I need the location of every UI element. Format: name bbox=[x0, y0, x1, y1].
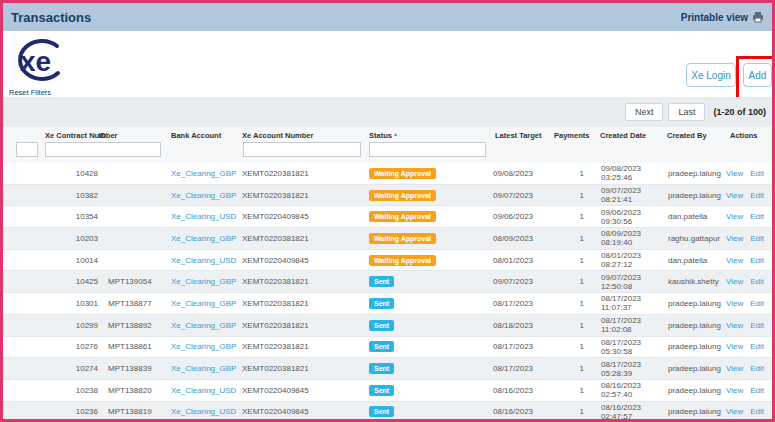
cell-created-date: 08/01/2023 08:27:12 bbox=[588, 251, 661, 269]
edit-link[interactable]: Edit bbox=[750, 191, 764, 200]
cell-created-date: 09/07/2023 12:50:08 bbox=[588, 273, 661, 291]
cell-payments: 1 bbox=[556, 321, 588, 330]
status-badge: Waiting Approval bbox=[369, 190, 436, 201]
edit-link[interactable]: Edit bbox=[750, 169, 764, 178]
column-header-contract-number[interactable]: Xe Contract Number bbox=[45, 131, 118, 140]
edit-link[interactable]: Edit bbox=[750, 342, 764, 351]
view-link[interactable]: View bbox=[726, 321, 743, 330]
printable-view-link[interactable]: Printable view bbox=[681, 12, 764, 23]
view-link[interactable]: View bbox=[726, 256, 743, 265]
bank-account-link[interactable]: Xe_Clearing_GBP bbox=[171, 234, 236, 243]
add-button[interactable]: Add bbox=[743, 63, 772, 87]
cell-created-date: 08/16/2023 02:57:40 bbox=[588, 381, 661, 399]
view-link[interactable]: View bbox=[726, 234, 743, 243]
column-header-account-number[interactable]: Xe Account Number bbox=[242, 131, 313, 140]
view-link[interactable]: View bbox=[726, 364, 743, 373]
column-header-status[interactable]: Status▲ bbox=[369, 131, 398, 140]
bank-account-link[interactable]: Xe_Clearing_GBP bbox=[171, 191, 236, 200]
cell-account-number: XEMT0220381821 bbox=[240, 277, 367, 286]
xe-login-button[interactable]: Xe Login bbox=[686, 63, 736, 87]
cell-contract-number: MPT138820 bbox=[101, 386, 169, 395]
cell-contract-number: MPT139054 bbox=[101, 277, 169, 286]
column-header-created-by[interactable]: Created By bbox=[667, 131, 707, 140]
cell-created-date: 09/07/2023 08:21:41 bbox=[588, 186, 661, 204]
cell-created-date: 09/08/2023 03:25:46 bbox=[588, 164, 661, 182]
cell-payments: 1 bbox=[556, 169, 588, 178]
bank-account-link[interactable]: Xe_Clearing_USD bbox=[171, 407, 236, 416]
edit-link[interactable]: Edit bbox=[750, 234, 764, 243]
title-bar: Transactions Printable view bbox=[3, 3, 772, 31]
view-link[interactable]: View bbox=[726, 212, 743, 221]
main-content: xe Reset Filters Xe Login Add Next Last … bbox=[3, 31, 772, 419]
status-badge: Waiting Approval bbox=[369, 233, 436, 244]
cell-contract-number: MPT138892 bbox=[101, 321, 169, 330]
edit-link[interactable]: Edit bbox=[750, 277, 764, 286]
bank-account-link[interactable]: Xe_Clearing_GBP bbox=[171, 277, 236, 286]
cell-created-date: 08/16/2023 02:47:57 bbox=[588, 403, 661, 419]
cell-created-by: dan.patella bbox=[661, 212, 718, 221]
view-link[interactable]: View bbox=[726, 169, 743, 178]
view-link[interactable]: View bbox=[726, 191, 743, 200]
pagination-range: (1-20 of 100) bbox=[713, 107, 766, 117]
svg-text:xe: xe bbox=[20, 46, 51, 77]
cell-latest-target: 08/09/2023 bbox=[493, 234, 556, 243]
column-header-created-date[interactable]: Created Date bbox=[600, 131, 646, 140]
column-header-bank-account[interactable]: Bank Account bbox=[171, 131, 221, 140]
table-row: 10428 Xe_Clearing_GBP XEMT0220381821 Wai… bbox=[3, 163, 772, 185]
view-link[interactable]: View bbox=[726, 299, 743, 308]
bank-account-link[interactable]: Xe_Clearing_GBP bbox=[171, 342, 236, 351]
cell-contract-number: MPT138839 bbox=[101, 364, 169, 373]
cell-payments: 1 bbox=[556, 191, 588, 200]
edit-link[interactable]: Edit bbox=[750, 407, 764, 416]
cell-latest-target: 08/16/2023 bbox=[493, 407, 556, 416]
next-page-button[interactable]: Next bbox=[625, 103, 664, 121]
view-link[interactable]: View bbox=[726, 407, 743, 416]
edit-link[interactable]: Edit bbox=[750, 386, 764, 395]
cell-account-number: XEMT0220381821 bbox=[240, 234, 367, 243]
last-page-button[interactable]: Last bbox=[668, 103, 705, 121]
cell-id: 10203 bbox=[3, 234, 101, 243]
view-link[interactable]: View bbox=[726, 386, 743, 395]
edit-link[interactable]: Edit bbox=[750, 364, 764, 373]
filter-input-contract-number[interactable] bbox=[45, 142, 161, 157]
bank-account-link[interactable]: Xe_Clearing_GBP bbox=[171, 169, 236, 178]
bank-account-link[interactable]: Xe_Clearing_USD bbox=[171, 256, 236, 265]
cell-latest-target: 08/17/2023 bbox=[493, 364, 556, 373]
cell-contract-number: MPT138861 bbox=[101, 342, 169, 351]
cell-payments: 1 bbox=[556, 386, 588, 395]
reset-filters-link[interactable]: Reset Filters bbox=[9, 88, 51, 97]
cell-account-number: XEMT0220409845 bbox=[240, 256, 367, 265]
edit-link[interactable]: Edit bbox=[750, 212, 764, 221]
edit-link[interactable]: Edit bbox=[750, 256, 764, 265]
cell-created-date: 08/17/2023 11:02:08 bbox=[588, 316, 661, 334]
filter-input-account-number[interactable] bbox=[243, 142, 361, 157]
cell-latest-target: 09/07/2023 bbox=[493, 191, 556, 200]
cell-id: 10299 bbox=[3, 321, 101, 330]
cell-latest-target: 08/16/2023 bbox=[493, 386, 556, 395]
table-row: 10354 Xe_Clearing_USD XEMT0220409845 Wai… bbox=[3, 206, 772, 228]
cell-payments: 1 bbox=[556, 342, 588, 351]
table-rows: 10428 Xe_Clearing_GBP XEMT0220381821 Wai… bbox=[3, 163, 772, 419]
column-header-payments[interactable]: Payments bbox=[554, 131, 589, 140]
filter-input-id[interactable] bbox=[16, 142, 38, 157]
view-link[interactable]: View bbox=[726, 277, 743, 286]
status-badge: Waiting Approval bbox=[369, 255, 436, 266]
cell-created-date: 09/06/2023 09:30:56 bbox=[588, 208, 661, 226]
filter-input-status[interactable] bbox=[369, 142, 486, 157]
sort-asc-icon: ▲ bbox=[393, 131, 398, 137]
edit-link[interactable]: Edit bbox=[750, 299, 764, 308]
column-header-latest-target[interactable]: Latest Target bbox=[495, 131, 542, 140]
cell-created-by: dan.patella bbox=[661, 256, 718, 265]
bank-account-link[interactable]: Xe_Clearing_GBP bbox=[171, 364, 236, 373]
bank-account-link[interactable]: Xe_Clearing_USD bbox=[171, 386, 236, 395]
table-row: 10382 Xe_Clearing_GBP XEMT0220381821 Wai… bbox=[3, 185, 772, 207]
bank-account-link[interactable]: Xe_Clearing_GBP bbox=[171, 299, 236, 308]
bank-account-link[interactable]: Xe_Clearing_GBP bbox=[171, 321, 236, 330]
view-link[interactable]: View bbox=[726, 342, 743, 351]
cell-account-number: XEMT0220381821 bbox=[240, 191, 367, 200]
column-header-actions: Actions bbox=[730, 131, 758, 140]
bank-account-link[interactable]: Xe_Clearing_USD bbox=[171, 212, 236, 221]
cell-payments: 1 bbox=[556, 256, 588, 265]
edit-link[interactable]: Edit bbox=[750, 321, 764, 330]
status-badge: Sent bbox=[369, 276, 394, 287]
